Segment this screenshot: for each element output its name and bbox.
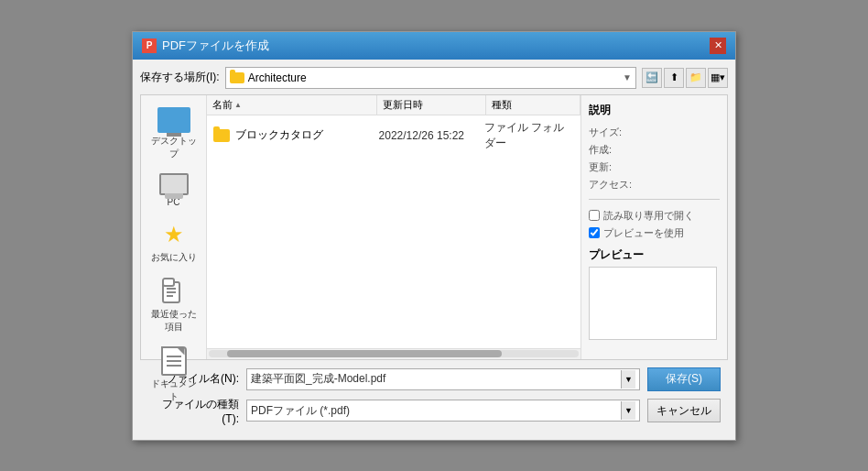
sidebar-favorites-label: お気に入り (151, 251, 197, 264)
preview-checkbox-label: プレビューを使用 (603, 226, 684, 240)
col-name-label: 名前 (212, 98, 233, 112)
up-icon: ⬆ (670, 71, 678, 83)
table-row[interactable]: ブロックカタログ 2022/12/26 15:22 ファイル フォルダー (209, 117, 579, 154)
column-type-header[interactable]: 種類 (486, 95, 580, 115)
file-header: 名前 ▲ 更新日時 種類 (207, 95, 580, 115)
filename-value: 建築平面図_完成-Model.pdf (251, 371, 617, 387)
file-list: ブロックカタログ 2022/12/26 15:22 ファイル フォルダー (207, 115, 580, 348)
location-combo[interactable]: Architecture ▼ (225, 67, 636, 89)
sidebar-recent-label: 最近使った項目 (149, 308, 199, 334)
info-created-label: 作成: (589, 141, 720, 159)
svg-rect-1 (163, 279, 174, 286)
scrollbar-thumb (227, 350, 502, 357)
save-button[interactable]: 保存(S) (647, 367, 721, 391)
dialog-title: PDFファイルを作成 (162, 38, 269, 54)
file-type-cell: ファイル フォルダー (484, 120, 575, 151)
file-date-cell: 2022/12/26 15:22 (379, 129, 484, 142)
close-button[interactable]: ✕ (710, 38, 726, 54)
cancel-label: キャンセル (656, 403, 711, 419)
col-date-label: 更新日時 (383, 98, 423, 112)
sidebar-item-favorites[interactable]: ★ お気に入り (145, 215, 203, 268)
info-access-label: アクセス: (589, 176, 720, 193)
cancel-button[interactable]: キャンセル (647, 399, 721, 422)
column-date-header[interactable]: 更新日時 (377, 95, 486, 115)
folder-icon (213, 129, 230, 142)
filetype-combo[interactable]: PDFファイル (*.pdf) ▼ (246, 400, 640, 422)
recent-icon (159, 277, 189, 306)
sidebar-item-desktop[interactable]: デスクトップ (145, 103, 203, 165)
info-title: 説明 (589, 103, 720, 118)
filename-dropdown-arrow[interactable]: ▼ (621, 370, 635, 389)
location-dropdown-arrow[interactable]: ▼ (623, 72, 632, 82)
filename-row: ファイル名(N): 建築平面図_完成-Model.pdf ▼ 保存(S) (147, 367, 721, 391)
file-type-text: ファイル フォルダー (484, 121, 564, 149)
dialog-body: 保存する場所(I): Architecture ▼ 🔙 ⬆ 📁 ▦▾ (133, 60, 735, 440)
info-size-label: サイズ: (589, 124, 720, 141)
preview-box (589, 267, 717, 340)
bottom-area: ファイル名(N): 建築平面図_完成-Model.pdf ▼ 保存(S) ファイ… (140, 360, 728, 433)
info-panel: 説明 サイズ: 作成: 更新: アクセス: 読み取り専用で開く プレビューを使用… (580, 95, 727, 359)
file-name-text: ブロックカタログ (235, 127, 323, 143)
filetype-label: ファイルの種類(T): (147, 397, 239, 425)
file-name-cell: ブロックカタログ (213, 127, 379, 143)
title-bar: P PDFファイルを作成 ✕ (133, 32, 735, 60)
preview-checkbox-row[interactable]: プレビューを使用 (589, 226, 720, 240)
view-button[interactable]: ▦▾ (708, 68, 728, 88)
preview-section: プレビュー (589, 247, 720, 340)
filetype-dropdown-arrow[interactable]: ▼ (621, 401, 635, 420)
toolbar-icons: 🔙 ⬆ 📁 ▦▾ (642, 68, 728, 88)
filetype-row: ファイルの種類(T): PDFファイル (*.pdf) ▼ キャンセル (147, 397, 721, 425)
file-date-text: 2022/12/26 15:22 (379, 129, 464, 142)
svg-rect-4 (167, 295, 173, 297)
current-folder-text: Architecture (248, 71, 619, 84)
current-folder-icon (230, 72, 244, 83)
column-name-header[interactable]: 名前 ▲ (207, 95, 377, 115)
readonly-checkbox[interactable] (589, 210, 600, 221)
new-folder-button[interactable]: 📁 (686, 68, 706, 88)
filetype-value: PDFファイル (*.pdf) (251, 403, 617, 419)
svg-rect-3 (167, 291, 176, 293)
pc-icon (159, 173, 189, 195)
favorites-icon: ★ (159, 220, 189, 249)
save-dialog: P PDFファイルを作成 ✕ 保存する場所(I): Architecture ▼… (132, 31, 736, 441)
preview-label: プレビュー (589, 247, 720, 263)
file-panel: 名前 ▲ 更新日時 種類 ブロックカタログ (207, 95, 580, 359)
up-button[interactable]: ⬆ (664, 68, 684, 88)
preview-checkbox[interactable] (589, 227, 600, 238)
col-type-label: 種類 (492, 98, 512, 112)
info-modified-label: 更新: (589, 159, 720, 176)
sidebar-item-pc[interactable]: PC (145, 169, 203, 212)
sidebar-item-recent[interactable]: 最近使った項目 (145, 272, 203, 338)
svg-rect-2 (167, 288, 176, 290)
new-folder-icon: 📁 (689, 71, 702, 83)
horizontal-scrollbar[interactable] (207, 348, 580, 359)
documents-icon (161, 346, 187, 376)
location-bar: 保存する場所(I): Architecture ▼ 🔙 ⬆ 📁 ▦▾ (140, 67, 728, 89)
save-label: 保存(S) (666, 371, 702, 387)
main-area: デスクトップ PC ★ お気に入り (140, 94, 728, 360)
view-icon: ▦▾ (711, 71, 725, 83)
sort-arrow: ▲ (234, 101, 242, 109)
location-label: 保存する場所(I): (140, 70, 220, 85)
title-bar-left: P PDFファイルを作成 (142, 38, 269, 54)
sidebar-desktop-label: デスクトップ (149, 135, 199, 160)
scrollbar-track (209, 350, 579, 357)
dialog-icon: P (142, 38, 157, 53)
info-divider (589, 199, 720, 200)
sidebar: デスクトップ PC ★ お気に入り (141, 95, 207, 359)
desktop-icon (157, 107, 190, 133)
readonly-label: 読み取り専用で開く (603, 209, 694, 223)
back-icon: 🔙 (646, 71, 658, 83)
readonly-checkbox-row[interactable]: 読み取り専用で開く (589, 209, 720, 223)
filename-combo[interactable]: 建築平面図_完成-Model.pdf ▼ (246, 368, 640, 390)
back-button[interactable]: 🔙 (642, 68, 662, 88)
